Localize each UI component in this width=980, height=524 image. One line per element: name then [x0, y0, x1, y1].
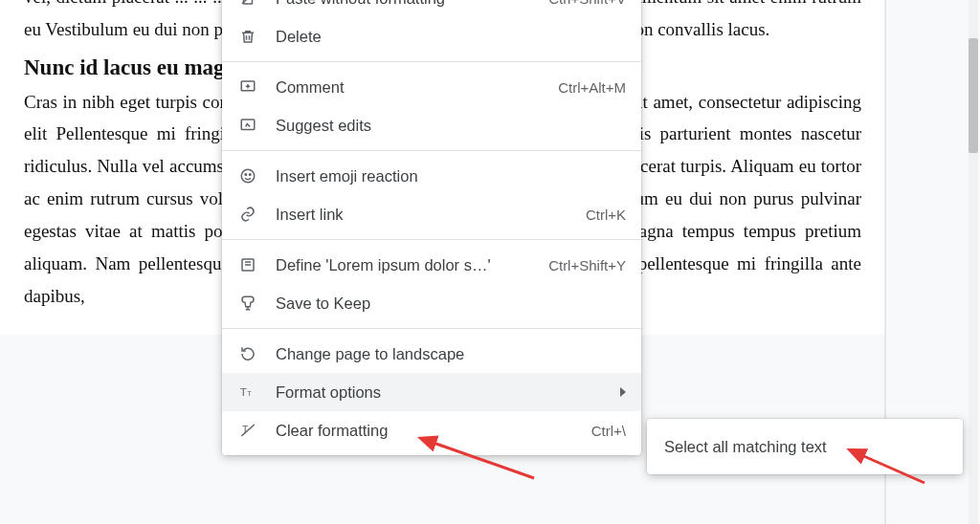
- menu-label: Define 'Lorem ipsum dolor s…': [276, 256, 537, 274]
- menu-item-insert-link[interactable]: Insert link Ctrl+K: [222, 195, 641, 233]
- menu-shortcut: Ctrl+\: [580, 423, 626, 439]
- menu-label: Clear formatting: [276, 422, 580, 440]
- keep-icon: [237, 293, 258, 314]
- clear-format-icon: T: [237, 420, 258, 441]
- menu-label: Delete: [276, 28, 626, 46]
- scrollbar-thumb[interactable]: [969, 38, 978, 153]
- menu-label: Format options: [276, 383, 620, 402]
- suggest-icon: [237, 115, 258, 136]
- vertical-scrollbar[interactable]: [969, 0, 978, 524]
- menu-item-change-landscape[interactable]: Change page to landscape: [222, 335, 641, 373]
- menu-item-delete[interactable]: Delete: [222, 17, 641, 55]
- format-icon: TT: [237, 382, 258, 403]
- svg-point-8: [250, 174, 252, 176]
- svg-point-7: [245, 174, 247, 176]
- menu-item-clear-formatting[interactable]: T Clear formatting Ctrl+\: [222, 411, 641, 449]
- menu-label: Insert link: [276, 206, 574, 224]
- paste-plain-icon: [237, 0, 258, 9]
- menu-divider: [222, 61, 641, 62]
- submenu-item-select-all-matching[interactable]: Select all matching text: [647, 425, 963, 469]
- comment-icon: [237, 76, 258, 98]
- menu-item-suggest-edits[interactable]: Suggest edits: [222, 106, 641, 144]
- menu-label: Suggest edits: [276, 117, 626, 135]
- menu-shortcut: Ctrl+Shift+V: [537, 0, 626, 7]
- menu-item-paste-without-formatting[interactable]: Paste without formatting Ctrl+Shift+V: [222, 0, 641, 17]
- dictionary-icon: [237, 254, 258, 275]
- menu-item-define[interactable]: Define 'Lorem ipsum dolor s…' Ctrl+Shift…: [222, 246, 641, 284]
- menu-label: Change page to landscape: [276, 345, 626, 363]
- svg-point-6: [241, 169, 255, 183]
- trash-icon: [237, 26, 258, 47]
- menu-label: Paste without formatting: [276, 0, 537, 8]
- menu-label: Save to Keep: [276, 295, 626, 313]
- menu-item-format-options[interactable]: TT Format options: [222, 373, 641, 411]
- submenu-label: Select all matching text: [664, 438, 827, 456]
- menu-label: Insert emoji reaction: [276, 167, 626, 186]
- link-icon: [237, 204, 258, 225]
- menu-divider: [222, 239, 641, 240]
- menu-divider: [222, 328, 641, 329]
- rotate-page-icon: [237, 343, 258, 364]
- menu-item-save-to-keep[interactable]: Save to Keep: [222, 284, 641, 322]
- menu-shortcut: Ctrl+Alt+M: [546, 79, 626, 96]
- menu-shortcut: Ctrl+K: [574, 207, 626, 223]
- menu-divider: [222, 150, 641, 151]
- menu-item-comment[interactable]: Comment Ctrl+Alt+M: [222, 68, 641, 106]
- menu-shortcut: Ctrl+Shift+Y: [537, 257, 626, 273]
- submenu-arrow-icon: [620, 387, 626, 397]
- svg-text:T: T: [247, 389, 252, 398]
- menu-label: Comment: [276, 78, 546, 97]
- emoji-icon: [237, 165, 258, 186]
- context-menu: Paste without formatting Ctrl+Shift+V De…: [222, 0, 641, 455]
- format-options-submenu: Select all matching text: [647, 419, 963, 474]
- menu-item-emoji-reaction[interactable]: Insert emoji reaction: [222, 157, 641, 195]
- svg-text:T: T: [240, 385, 247, 398]
